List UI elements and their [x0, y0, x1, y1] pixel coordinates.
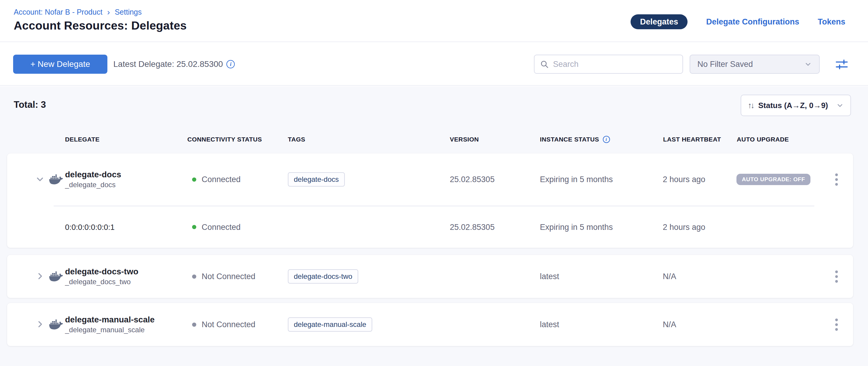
search-icon: [540, 60, 549, 69]
connectivity-status: Not Connected: [192, 272, 255, 281]
instance-status-cell: Expiring in 5 months: [540, 175, 613, 184]
column-header-version: VERSION: [450, 131, 479, 148]
breadcrumb-separator-icon: ›: [107, 8, 110, 16]
instance-status-cell: Expiring in 5 months: [540, 222, 613, 232]
total-count: Total: 3: [14, 100, 46, 110]
filter-settings-button[interactable]: [835, 58, 849, 71]
column-header-last-heartbeat: LAST HEARTBEAT: [663, 131, 721, 148]
row-actions-menu-button[interactable]: [830, 268, 842, 285]
tab-delegate-configurations[interactable]: Delegate Configurations: [706, 17, 799, 27]
chevron-down-icon: [35, 174, 45, 184]
connectivity-status: Not Connected: [192, 320, 255, 329]
delegate-instance-row: 0:0:0:0:0:0:0:1 Connected 25.02.85305 Ex…: [7, 206, 853, 248]
table-header-row: DELEGATE CONNECTIVITY STATUS TAGS VERSIO…: [0, 131, 868, 149]
table-row[interactable]: delegate-docs-two _delegate_docs_two Not…: [7, 255, 853, 298]
collapse-row-button[interactable]: [33, 172, 47, 187]
chevron-right-icon: [35, 319, 45, 329]
column-header-tags: TAGS: [288, 131, 305, 148]
delegate-card-delegate-manual-scale: delegate-manual-scale _delegate_manual_s…: [7, 303, 853, 346]
tags-cell: delegate-docs-two: [288, 269, 358, 284]
column-header-instance-status: INSTANCE STATUS i: [540, 131, 610, 148]
docker-icon: [49, 318, 63, 331]
instance-status-cell: latest: [540, 272, 559, 281]
docker-icon: [49, 270, 63, 283]
chevron-down-icon: [804, 60, 812, 68]
connectivity-label: Not Connected: [202, 320, 255, 329]
page-title: Account Resources: Delegates: [14, 19, 187, 32]
auto-upgrade-badge: AUTO UPGRADE: OFF: [737, 174, 810, 185]
column-header-connectivity-status: CONNECTIVITY STATUS: [187, 131, 262, 148]
sort-arrows-icon: ↑↓: [748, 101, 753, 110]
info-icon[interactable]: i: [226, 60, 235, 68]
instance-status-header-label: INSTANCE STATUS: [540, 131, 599, 148]
disconnected-dot-icon: [192, 274, 196, 279]
saved-filter-dropdown[interactable]: No Filter Saved: [690, 55, 820, 74]
expand-row-button[interactable]: [33, 317, 47, 332]
connected-dot-icon: [192, 225, 196, 229]
row-actions-menu-button[interactable]: [830, 171, 842, 188]
delegate-card-delegate-docs-two: delegate-docs-two _delegate_docs_two Not…: [7, 255, 853, 298]
delegate-name-block: delegate-manual-scale _delegate_manual_s…: [65, 314, 155, 335]
tag-pill: delegate-docs-two: [288, 269, 358, 284]
connectivity-status: Connected: [192, 175, 241, 184]
tags-cell: delegate-manual-scale: [288, 317, 372, 332]
last-heartbeat-cell: N/A: [663, 272, 676, 281]
toolbar: + New Delegate Latest Delegate: 25.02.85…: [0, 43, 868, 86]
search-box: [534, 55, 683, 74]
sort-label: Status (A→Z, 0→9): [758, 101, 831, 110]
connectivity-label: Connected: [202, 175, 241, 184]
table-row[interactable]: delegate-docs _delegate_docs Connected d…: [7, 153, 853, 205]
tab-delegates[interactable]: Delegates: [630, 14, 688, 29]
delegates-list-section: Total: 3 ↑↓ Status (A→Z, 0→9) DELEGATE C…: [0, 86, 868, 366]
table-row[interactable]: delegate-manual-scale _delegate_manual_s…: [7, 303, 853, 346]
chevron-right-icon: [35, 271, 45, 281]
tag-pill: delegate-manual-scale: [288, 317, 372, 332]
version-cell: 25.02.85305: [450, 222, 495, 232]
row-actions-menu-button[interactable]: [830, 316, 842, 333]
delegate-name-block: delegate-docs _delegate_docs: [65, 169, 121, 190]
last-heartbeat-cell: 2 hours ago: [663, 222, 706, 232]
column-header-delegate: DELEGATE: [65, 131, 100, 148]
tab-tokens[interactable]: Tokens: [817, 17, 845, 27]
column-header-auto-upgrade: AUTO UPGRADE: [737, 131, 789, 148]
last-heartbeat-cell: 2 hours ago: [663, 175, 706, 184]
new-delegate-button[interactable]: + New Delegate: [13, 55, 107, 74]
latest-delegate-text: Latest Delegate: 25.02.85300: [113, 59, 223, 69]
connected-dot-icon: [192, 177, 196, 181]
breadcrumb-account-link[interactable]: Account: Nofar B - Product: [14, 8, 102, 17]
version-cell: 25.02.85305: [450, 175, 495, 184]
disconnected-dot-icon: [192, 322, 196, 327]
tab-bar: Delegates Delegate Configurations Tokens: [630, 14, 845, 29]
instance-host: 0:0:0:0:0:0:0:1: [65, 222, 115, 232]
expand-row-button[interactable]: [33, 269, 47, 284]
instance-status-cell: latest: [540, 320, 559, 329]
delegate-name[interactable]: delegate-manual-scale: [65, 314, 155, 325]
saved-filter-value: No Filter Saved: [698, 60, 753, 69]
delegate-name[interactable]: delegate-docs-two: [65, 266, 138, 277]
page-header: Account: Nofar B - Product › Settings Ac…: [0, 0, 868, 42]
breadcrumb-settings-link[interactable]: Settings: [115, 8, 142, 17]
chevron-down-icon: [836, 102, 844, 109]
connectivity-label: Not Connected: [202, 272, 255, 281]
last-heartbeat-cell: N/A: [663, 320, 676, 329]
breadcrumb: Account: Nofar B - Product › Settings: [14, 8, 142, 17]
delegate-name-block: delegate-docs-two _delegate_docs_two: [65, 266, 138, 287]
delegate-name[interactable]: delegate-docs: [65, 169, 121, 180]
connectivity-label: Connected: [202, 222, 241, 232]
delegate-identifier: _delegate_docs_two: [65, 277, 138, 287]
search-input[interactable]: [553, 60, 677, 69]
delegate-identifier: _delegate_manual_scale: [65, 325, 155, 335]
tag-pill: delegate-docs: [288, 172, 345, 187]
docker-icon: [49, 173, 63, 186]
info-icon[interactable]: i: [603, 136, 610, 143]
auto-upgrade-cell: AUTO UPGRADE: OFF: [737, 174, 810, 185]
connectivity-status: Connected: [192, 222, 241, 232]
sort-dropdown[interactable]: ↑↓ Status (A→Z, 0→9): [741, 95, 851, 116]
filter-sliders-icon: [835, 58, 848, 70]
latest-delegate-info: Latest Delegate: 25.02.85300 i: [113, 43, 235, 86]
delegate-card-delegate-docs: delegate-docs _delegate_docs Connected d…: [7, 153, 853, 248]
delegate-identifier: _delegate_docs: [65, 180, 121, 190]
tags-cell: delegate-docs: [288, 172, 345, 187]
